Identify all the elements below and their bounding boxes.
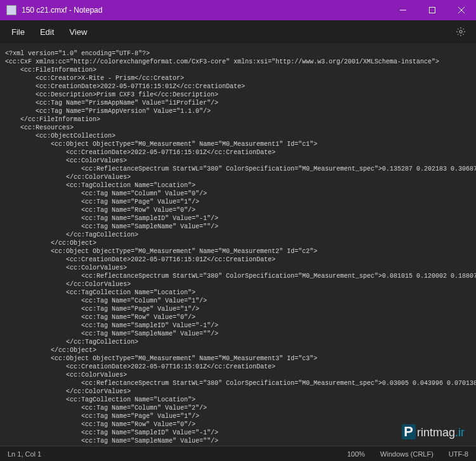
menu-edit[interactable]: Edit bbox=[32, 25, 62, 39]
title-bar: 150 c21.cmxf - Notepad bbox=[0, 0, 476, 20]
settings-gear-icon[interactable] bbox=[456, 27, 466, 37]
maximize-button[interactable] bbox=[418, 0, 447, 20]
minimize-button[interactable] bbox=[388, 0, 418, 20]
notepad-app-icon bbox=[6, 5, 17, 15]
status-position: Ln 1, Col 1 bbox=[8, 450, 41, 458]
text-editor[interactable]: <?xml version="1.0" encoding="UTF-8"?> <… bbox=[0, 43, 476, 446]
close-button[interactable] bbox=[447, 0, 476, 20]
watermark-printmag: P rintmag.ir bbox=[402, 424, 465, 439]
status-line-ending: Windows (CRLF) bbox=[380, 450, 433, 458]
svg-rect-1 bbox=[430, 8, 435, 13]
watermark-letter: P bbox=[402, 424, 416, 439]
status-encoding: UTF-8 bbox=[449, 450, 468, 458]
svg-point-4 bbox=[459, 30, 462, 33]
window-title: 150 c21.cmxf - Notepad bbox=[22, 6, 102, 15]
status-bar: Ln 1, Col 1 100% Windows (CRLF) UTF-8 bbox=[0, 446, 476, 461]
menu-file[interactable]: File bbox=[4, 25, 32, 39]
menu-view[interactable]: View bbox=[62, 25, 95, 39]
menu-bar: File Edit View bbox=[0, 20, 476, 43]
status-zoom: 100% bbox=[347, 450, 365, 458]
